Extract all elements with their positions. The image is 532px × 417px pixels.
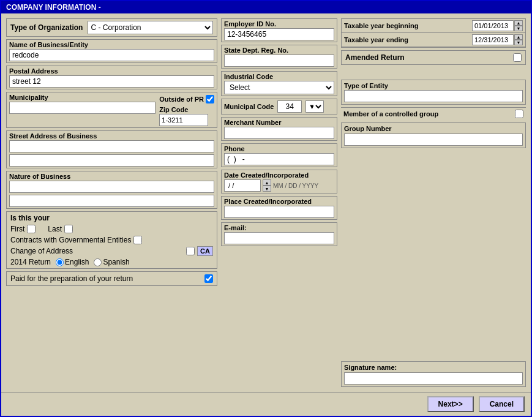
type-of-org-select[interactable]: C - Corporation [88,21,213,34]
main-row: Type of Organization C - Corporation Nam… [6,18,526,387]
company-info-dialog: COMPANY INFORMATION - Type of Organizati… [0,0,532,417]
spanish-label: Spanish [103,258,129,266]
outside-pr-label: Outside of PR [159,96,204,103]
title-bar: COMPANY INFORMATION - [1,1,531,13]
dialog-title: COMPANY INFORMATION - [6,3,101,12]
municipal-code-select[interactable]: ▼ [305,100,324,113]
last-label: Last [48,225,62,233]
postal-address-group: Postal Address [6,66,217,89]
municipal-code-group: Municipal Code ▼ [221,99,337,115]
taxable-ending-spin: ▲ ▼ [514,34,523,45]
name-entity-input[interactable] [9,49,214,61]
english-radio-label: English [56,258,89,266]
street-address-input2[interactable] [9,154,214,167]
right-column: Taxable year beginning ▲ ▼ Taxable year … [341,18,526,387]
nature-of-business-input[interactable] [9,181,214,193]
taxable-beginning-down-btn[interactable]: ▼ [514,26,523,31]
phone-input[interactable] [224,153,334,165]
date-placeholder: MM / DD / YYYY [273,182,318,189]
postal-address-label: Postal Address [9,67,214,75]
return-year-label: 2014 Return [10,258,51,266]
name-entity-group: Name of Business/Entity [6,39,217,63]
left-column: Type of Organization C - Corporation Nam… [6,18,217,387]
spanish-radio-label: Spanish [94,258,129,266]
name-entity-label: Name of Business/Entity [9,41,214,48]
street-address-input[interactable] [9,140,214,152]
taxable-ending-down-btn[interactable]: ▼ [514,40,523,45]
email-input[interactable] [224,232,334,244]
cancel-button[interactable]: Cancel [479,396,525,412]
paid-checkbox[interactable] [204,274,213,283]
taxable-beginning-label: Taxable year beginning [344,22,470,29]
first-last-row: First Last [10,225,213,233]
phone-group: Phone [221,143,337,167]
is-this-your-section: Is this your First Last Contracts with G… [6,211,217,269]
merchant-number-group: Merchant Number [221,117,337,141]
group-number-section: Group Number [341,122,526,148]
signature-name-input[interactable] [344,372,523,385]
spacer2 [341,151,526,356]
municipal-code-row: Municipal Code ▼ [224,100,334,113]
merchant-number-input[interactable] [224,127,334,139]
taxable-ending-up-btn[interactable]: ▲ [514,34,523,40]
taxable-beginning-up-btn[interactable]: ▲ [514,20,523,26]
date-created-input[interactable] [224,179,261,192]
date-spin: ▲ ▼ [263,179,271,192]
municipality-sub: Municipality [9,94,155,114]
is-this-your-title: Is this your [10,214,213,222]
industrial-code-label: Industrial Code [224,73,334,80]
state-dept-label: State Dept. Reg. No. [224,47,334,54]
state-dept-group: State Dept. Reg. No. [221,45,337,69]
group-number-input[interactable] [344,133,523,146]
street-address-group: Street Address of Business [6,130,217,168]
spanish-radio[interactable] [94,258,102,266]
type-of-entity-group: Type of Entity [341,80,526,105]
taxable-beginning-input[interactable] [472,20,514,31]
taxable-box: Taxable year beginning ▲ ▼ Taxable year … [341,18,526,48]
member-controlled-label: Member of a controlled group [343,110,511,118]
paid-label: Paid for the preparation of your return [10,274,201,283]
footer-bar: Next>> Cancel [1,392,531,416]
taxable-ending-input[interactable] [472,34,514,45]
amended-return-row: Amended Return [341,50,526,65]
middle-column: Employer ID No. State Dept. Reg. No. Ind… [221,18,337,387]
outside-pr-group: Outside of PR Zip Code [159,94,214,126]
paid-row: Paid for the preparation of your return [6,271,217,286]
contracts-label: Contracts with Governmental Entities [10,236,131,244]
change-address-row: Change of Address CA [10,246,213,256]
industrial-code-select[interactable]: Select Code 1 Code 2 [224,81,334,94]
postal-address-input[interactable] [9,75,214,88]
municipality-input[interactable] [9,102,155,114]
municipal-code-label: Municipal Code [224,103,274,110]
type-of-org-label: Type of Organization [10,23,83,32]
zip-code-input[interactable] [159,114,208,126]
next-button[interactable]: Next>> [427,396,474,412]
contracts-checkbox[interactable] [133,236,142,244]
place-created-input[interactable] [224,206,334,218]
municipality-label: Municipality [9,94,155,101]
date-down-btn[interactable]: ▼ [263,186,271,192]
last-checkbox[interactable] [64,225,73,233]
type-of-entity-input[interactable] [344,90,523,102]
english-radio[interactable] [56,258,64,266]
contracts-row: Contracts with Governmental Entities [10,236,213,244]
language-radio-group: English Spanish [56,258,130,266]
employer-id-input[interactable] [224,28,334,40]
nature-of-business-input2[interactable] [9,195,214,207]
outside-pr-checkbox[interactable] [206,95,214,103]
employer-id-group: Employer ID No. [221,18,337,42]
state-dept-input[interactable] [224,54,334,67]
date-created-group: Date Created/Incorporated ▲ ▼ MM / DD / … [221,170,337,193]
municipal-code-num-input[interactable] [277,100,302,113]
english-label: English [65,258,89,266]
change-address-checkbox[interactable] [186,247,195,255]
employer-id-label: Employer ID No. [224,20,334,28]
signature-name-label: Signature name: [344,364,523,371]
first-checkbox[interactable] [27,225,36,233]
date-up-btn[interactable]: ▲ [263,179,271,186]
group-number-label: Group Number [344,125,523,132]
type-of-org-row: Type of Organization C - Corporation [6,18,217,37]
amended-return-checkbox[interactable] [513,53,522,62]
taxable-ending-row: Taxable year ending ▲ ▼ [342,33,525,47]
member-controlled-checkbox[interactable] [515,110,523,118]
